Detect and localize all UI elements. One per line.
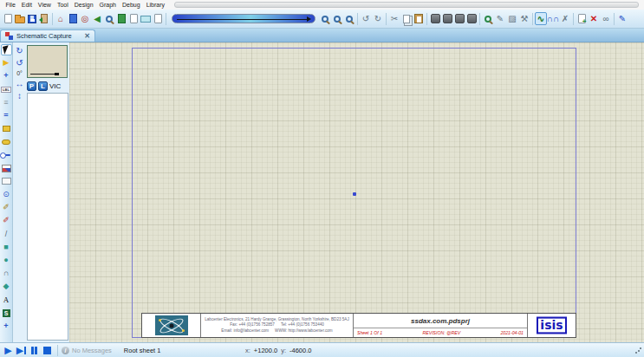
menu-file[interactable]: File <box>3 2 18 8</box>
redo-icon[interactable]: ↻ <box>372 12 384 25</box>
zoom-slider[interactable] <box>172 14 315 23</box>
pause-button[interactable] <box>28 345 41 356</box>
selection-pointer-icon[interactable] <box>1 44 12 55</box>
toolbar-separator <box>166 13 166 25</box>
zoom-sheet-icon[interactable] <box>343 12 355 25</box>
x-label: x: <box>245 347 250 354</box>
component-mode-icon[interactable]: ▶ <box>1 57 12 68</box>
voltage-probe-mode-icon[interactable]: ✐ <box>1 202 12 213</box>
toolbar-separator <box>614 13 615 25</box>
junction-dot-mode-icon[interactable]: + <box>1 70 12 81</box>
object-list[interactable] <box>27 93 68 341</box>
menu-view[interactable]: View <box>35 2 54 8</box>
cursor-coordinates: x: +1200.0 y: -4600.0 <box>245 343 311 357</box>
2d-line-icon[interactable]: / <box>1 229 12 240</box>
menu-edit[interactable]: Edit <box>18 2 35 8</box>
step-button[interactable]: ▶ <box>15 345 28 356</box>
2d-path-icon[interactable]: ◆ <box>1 281 12 292</box>
notes-icon[interactable] <box>140 12 152 25</box>
mirror-vertical-icon[interactable]: ↕ <box>17 90 22 101</box>
new-project-icon[interactable] <box>2 12 14 25</box>
wire-label-mode-icon[interactable]: LBL <box>1 84 12 95</box>
design-tool-icon[interactable]: ▨ <box>506 12 518 25</box>
message-info-icon[interactable]: i <box>62 347 69 354</box>
hammer-icon[interactable]: ⚒ <box>518 12 530 25</box>
mirror-horizontal-icon[interactable]: ↔ <box>16 78 24 89</box>
stop-button[interactable] <box>41 345 54 356</box>
revision-label: REVISION: @REV <box>422 330 460 335</box>
2d-marker-icon[interactable]: + <box>1 321 12 332</box>
menu-graph[interactable]: Graph <box>96 2 119 8</box>
current-probe-mode-icon[interactable]: ✐ <box>1 215 12 226</box>
bom-icon[interactable] <box>115 12 127 25</box>
isis-logo: isis <box>537 317 566 334</box>
design-notes-icon[interactable]: ✎ <box>616 12 628 25</box>
toolbar-separator <box>479 13 480 25</box>
message-status[interactable]: No Messages <box>72 347 112 354</box>
goto-sheet-icon[interactable]: ∞ <box>600 12 612 25</box>
script-icon[interactable] <box>127 12 140 25</box>
menu-library[interactable]: Library <box>143 2 167 8</box>
menu-debug[interactable]: Debug <box>120 2 144 8</box>
block-rotate-icon[interactable] <box>453 12 465 25</box>
wire-autoroute-icon[interactable]: ∿ <box>535 12 547 25</box>
address-www: WWW: http://www.labcenter.com <box>275 328 333 334</box>
save-project-icon[interactable] <box>26 12 38 25</box>
isis-logo-cell: isis <box>528 314 576 337</box>
zoom-area-icon[interactable] <box>331 12 343 25</box>
schematic-canvas[interactable]: Labcenter Electronics, 21 Hardy Grange, … <box>69 42 644 342</box>
pick-parts-icon[interactable] <box>482 12 494 25</box>
undo-icon[interactable]: ↺ <box>360 12 372 25</box>
menu-design[interactable]: Design <box>71 2 96 8</box>
home-page-icon[interactable]: ⌂ <box>55 12 67 25</box>
terminal-mode-icon[interactable] <box>1 136 12 147</box>
generator-mode-icon[interactable]: ⊙ <box>1 189 12 200</box>
pick-devices-button[interactable]: P <box>27 81 36 91</box>
resize-grip[interactable] <box>635 347 641 354</box>
menu-tool[interactable]: Tool <box>54 2 71 8</box>
new-sheet-icon[interactable]: + <box>576 12 588 25</box>
toolbar-separator <box>386 13 387 25</box>
device-pin-mode-icon[interactable] <box>1 150 12 161</box>
document-icon[interactable] <box>152 12 164 25</box>
tab-close-icon[interactable]: ✕ <box>84 32 90 40</box>
tab-schematic-capture[interactable]: Schematic Capture ✕ <box>0 29 95 42</box>
graph-mode-icon[interactable] <box>1 163 12 174</box>
text-script-mode-icon[interactable]: ≡ <box>1 97 12 108</box>
2d-circle-icon[interactable]: ● <box>1 255 12 266</box>
atom-logo-icon <box>155 315 188 335</box>
bus-mode-icon[interactable]: = <box>1 110 12 121</box>
block-move-icon[interactable] <box>441 12 453 25</box>
subcircuit-mode-icon[interactable] <box>1 123 12 134</box>
tape-recorder-mode-icon[interactable] <box>1 176 12 187</box>
bus-tool-icon[interactable]: ∩∩ <box>547 12 559 25</box>
rotate-ccw-icon[interactable]: ↺ <box>16 57 23 68</box>
pcb-layout-icon[interactable]: ◎ <box>79 12 91 25</box>
play-button[interactable]: ▶ <box>2 345 15 356</box>
2d-arc-icon[interactable]: ∩ <box>1 268 12 279</box>
menu-bar: File Edit View Tool Design Graph Debug L… <box>0 0 644 10</box>
library-manager-button[interactable]: L <box>38 81 48 91</box>
paste-icon[interactable] <box>413 12 425 25</box>
2d-text-icon[interactable]: A <box>1 295 12 306</box>
copy-icon[interactable] <box>400 12 413 25</box>
2d-box-icon[interactable]: ■ <box>1 242 12 253</box>
tool-cross-icon[interactable]: ✗ <box>559 12 571 25</box>
origin-marker <box>353 192 356 196</box>
schematic-capture-icon[interactable] <box>67 12 79 25</box>
overview-minimap[interactable] <box>27 45 68 78</box>
remove-sheet-icon[interactable]: ✕ <box>588 12 600 25</box>
cut-icon[interactable]: ✂ <box>388 12 400 25</box>
open-project-icon[interactable] <box>14 12 26 25</box>
status-separator <box>57 345 58 356</box>
back-icon[interactable]: ◀ <box>91 12 103 25</box>
rotate-cw-icon[interactable]: ↻ <box>16 45 23 56</box>
property-assignment-icon[interactable]: ✎ <box>494 12 506 25</box>
find-icon[interactable] <box>103 12 115 25</box>
block-delete-icon[interactable] <box>465 12 478 25</box>
status-bar: ▶ ▶ i No Messages Root sheet 1 x: +1200.… <box>0 342 644 357</box>
block-copy-icon[interactable] <box>429 12 441 25</box>
close-project-icon[interactable] <box>38 12 50 25</box>
zoom-out-icon[interactable] <box>319 12 331 25</box>
2d-symbol-icon[interactable]: S <box>1 308 12 319</box>
